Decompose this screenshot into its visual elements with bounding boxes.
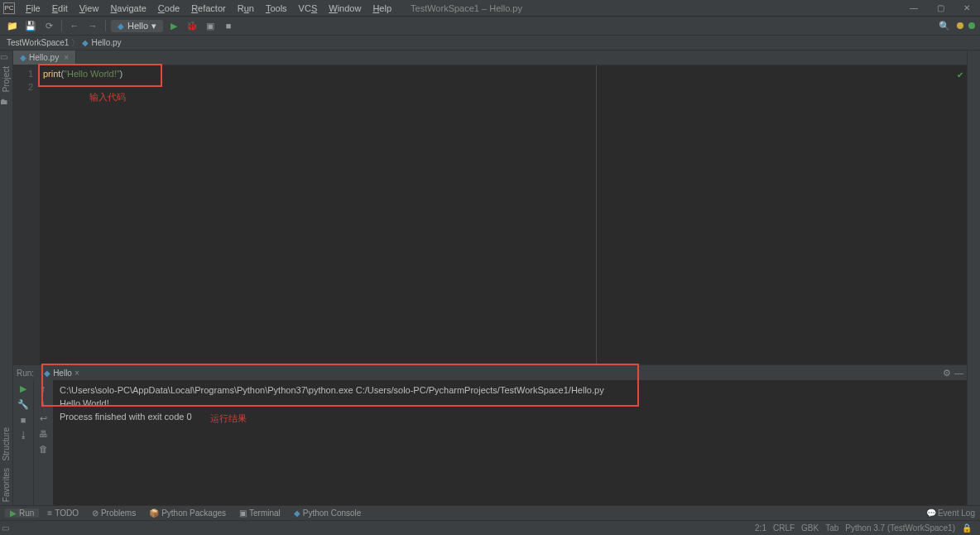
close-button[interactable]: ✕ — [957, 2, 977, 14]
project-tool-icon[interactable]: ▭ — [0, 52, 12, 61]
toolbar: 📁 💾 ⟳ ← → ◆ Hello ▾ ▶ 🐞 ▣ ■ 🔍 — [0, 17, 980, 36]
indent-mode[interactable]: Tab — [825, 523, 838, 533]
problems-tool-button[interactable]: ⊘ Problems — [87, 508, 141, 518]
forward-icon[interactable]: → — [85, 18, 100, 33]
run-panel-title: Run: — [17, 369, 34, 378]
window-title: TestWorkSpace1 – Hello.py — [411, 3, 522, 13]
search-icon[interactable]: 🔍 — [937, 18, 952, 33]
wrench-icon[interactable]: 🔧 — [17, 399, 29, 410]
editor[interactable]: 1 2 print("Hello World!") 输入代码 ✔ — [13, 65, 967, 364]
run-button[interactable]: ▶ — [166, 18, 181, 33]
editor-tabs: ◆ Hello.py × — [13, 51, 967, 65]
close-tab-icon[interactable]: × — [64, 53, 69, 62]
bottom-tool-bar: ▶ Run ≡ TODO ⊘ Problems 📦 Python Package… — [0, 505, 980, 520]
trash-icon[interactable]: 🗑 — [39, 444, 48, 454]
line-number: 2 — [13, 80, 33, 94]
run-tool-label: Run — [19, 508, 34, 518]
terminal-tool-button[interactable]: ▣ Terminal — [234, 508, 286, 518]
terminal-icon: ▣ — [239, 508, 247, 518]
run-tool-button[interactable]: ▶ Run — [5, 508, 39, 518]
python-file-icon: ◆ — [82, 38, 89, 47]
left-tool-strip: ▭ Project 🖿 Structure Favorites — [0, 51, 13, 505]
python-packages-tool-button[interactable]: 📦 Python Packages — [144, 508, 231, 518]
save-icon[interactable]: 💾 — [23, 18, 38, 33]
debug-button[interactable]: 🐞 — [185, 18, 199, 33]
run-tab[interactable]: ◆ Hello × — [39, 368, 84, 378]
minimize-button[interactable]: — — [904, 2, 924, 14]
menu-window[interactable]: Window — [323, 2, 367, 15]
ide-status-icon[interactable] — [968, 22, 975, 29]
stop-icon[interactable]: ■ — [221, 18, 236, 33]
editor-tab[interactable]: ◆ Hello.py × — [13, 51, 76, 65]
code-paren: ) — [120, 69, 123, 79]
soft-wrap-icon[interactable]: ↩ — [40, 413, 47, 424]
menu-help[interactable]: Help — [367, 2, 397, 15]
event-log-icon[interactable]: 💬 — [926, 508, 936, 518]
lock-icon[interactable]: 🔒 — [962, 523, 972, 533]
maximize-button[interactable]: ▢ — [930, 2, 950, 14]
run-output[interactable]: C:\Users\solo-PC\AppData\Local\Programs\… — [53, 380, 967, 505]
run-side-toolbar: ▶ 🔧 ■ ⭳ — [13, 380, 33, 505]
folder-icon[interactable]: 🖿 — [0, 97, 12, 106]
open-icon[interactable]: 📁 — [5, 18, 20, 33]
line-number: 1 — [13, 67, 33, 80]
editor-tab-label: Hello.py — [29, 53, 59, 62]
python-icon: ◆ — [294, 508, 300, 518]
python-console-tool-button[interactable]: ◆ Python Console — [289, 508, 367, 518]
annotation-label: 输入代码 — [89, 90, 126, 104]
code-string: "Hello World!" — [64, 69, 120, 79]
close-tab-icon[interactable]: × — [74, 369, 79, 378]
title-bar: PC File Edit View Navigate Code Refactor… — [0, 0, 980, 17]
chevron-right-icon: 〉 — [71, 37, 79, 49]
exit-button[interactable]: ⭳ — [19, 430, 28, 440]
ide-update-icon[interactable] — [957, 22, 963, 29]
refresh-icon[interactable]: ⟳ — [41, 18, 56, 33]
output-exit: Process finished with exit code 0 — [60, 410, 960, 423]
up-arrow-icon[interactable]: ↑ — [41, 383, 46, 393]
menu-view[interactable]: View — [74, 2, 105, 15]
app-icon: PC — [3, 2, 15, 14]
run-side-toolbar-2: ↑ ↓ ↩ 🖶 🗑 — [33, 380, 53, 505]
hide-panel-icon[interactable]: — — [954, 368, 963, 378]
todo-tool-button[interactable]: ≡ TODO — [42, 508, 84, 518]
file-encoding[interactable]: GBK — [801, 523, 819, 533]
problems-icon: ⊘ — [92, 508, 98, 518]
menu-code[interactable]: Code — [152, 2, 185, 15]
stop-button[interactable]: ■ — [21, 415, 26, 425]
menu-vcs[interactable]: VCS — [293, 2, 324, 15]
python-icon: ◆ — [118, 22, 124, 31]
caret-position[interactable]: 2:1 — [755, 523, 766, 533]
back-icon[interactable]: ← — [67, 18, 82, 33]
favorites-tool-button[interactable]: Favorites — [0, 465, 12, 505]
menu-navigate[interactable]: Navigate — [104, 2, 151, 15]
breadcrumb-file[interactable]: Hello.py — [91, 38, 121, 47]
menu-tools[interactable]: Tools — [260, 2, 293, 15]
down-arrow-icon[interactable]: ↓ — [41, 398, 46, 408]
coverage-icon[interactable]: ▣ — [203, 18, 218, 33]
run-config-name: Hello — [127, 21, 148, 31]
menu-run[interactable]: Run — [232, 2, 260, 15]
breadcrumb: TestWorkSpace1 〉 ◆ Hello.py — [0, 36, 980, 51]
python-interpreter[interactable]: Python 3.7 (TestWorkSpace1) — [845, 523, 955, 533]
run-config-selector[interactable]: ◆ Hello ▾ — [111, 20, 163, 32]
print-icon[interactable]: 🖶 — [39, 429, 48, 439]
package-icon: 📦 — [149, 508, 159, 518]
python-icon: ◆ — [44, 369, 50, 378]
project-tool-button[interactable]: Project — [0, 63, 12, 95]
breadcrumb-project[interactable]: TestWorkSpace1 — [7, 38, 69, 47]
menu-bar: File Edit View Navigate Code Refactor Ru… — [20, 2, 397, 15]
menu-refactor[interactable]: Refactor — [185, 2, 232, 15]
line-separator[interactable]: CRLF — [773, 523, 795, 533]
menu-edit[interactable]: Edit — [46, 2, 74, 15]
play-icon: ▶ — [10, 508, 17, 518]
code-area[interactable]: print("Hello World!") 输入代码 ✔ — [40, 65, 967, 364]
output-command: C:\Users\solo-PC\AppData\Local\Programs\… — [60, 383, 960, 397]
event-log-button[interactable]: Event Log — [938, 508, 975, 518]
gear-icon[interactable]: ⚙ — [943, 368, 951, 378]
line-gutter: 1 2 — [13, 65, 40, 364]
status-corner-icon[interactable]: ▭ — [2, 523, 13, 533]
inspection-ok-icon[interactable]: ✔ — [957, 69, 963, 82]
menu-file[interactable]: File — [20, 2, 46, 15]
rerun-button[interactable]: ▶ — [20, 383, 26, 394]
structure-tool-button[interactable]: Structure — [0, 424, 12, 465]
